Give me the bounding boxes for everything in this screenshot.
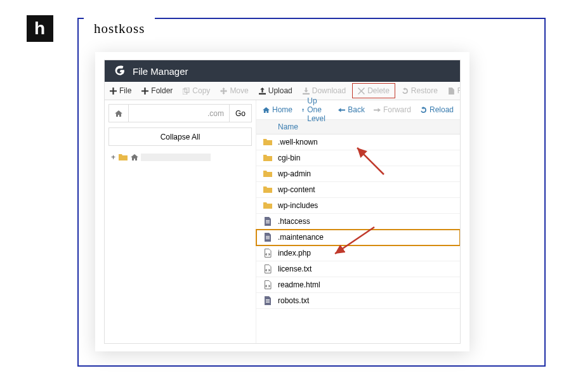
path-go-button[interactable]: Go — [229, 105, 251, 122]
file-name: cgi-bin — [278, 154, 300, 162]
file-icon — [263, 232, 273, 242]
folder-icon — [263, 137, 273, 147]
folder-icon — [263, 169, 273, 179]
sidebar: .com Go Collapse All + — [105, 100, 256, 344]
copy-button[interactable]: Copy — [178, 82, 215, 100]
move-icon — [220, 88, 227, 95]
file-icon — [263, 296, 273, 306]
file-name: index.php — [278, 249, 311, 258]
file-name: .maintenance — [278, 233, 324, 242]
folder-icon — [263, 200, 273, 211]
column-header[interactable]: Name — [256, 120, 460, 134]
folder-icon — [263, 153, 273, 163]
collapse-all-button[interactable]: Collapse All — [108, 127, 252, 146]
folder-icon — [263, 185, 273, 195]
file-manager-panel: File Manager File Folder Copy Move Uploa… — [95, 52, 469, 351]
reload-icon — [420, 107, 427, 114]
tree-label-placeholder — [141, 154, 211, 161]
download-icon — [303, 88, 310, 95]
brand-badge: h — [15, 10, 65, 47]
file-icon — [448, 88, 455, 95]
file-name: wp-includes — [278, 201, 318, 210]
file-row[interactable]: wp-content — [256, 182, 460, 198]
rename-button[interactable]: Rename — [443, 82, 461, 100]
titlebar: File Manager — [105, 60, 460, 82]
column-name[interactable]: Name — [278, 122, 298, 131]
restore-button[interactable]: Restore — [397, 82, 443, 100]
tree-root[interactable]: + — [108, 152, 252, 162]
plus-icon — [110, 88, 117, 95]
nav-back-button[interactable]: Back — [338, 105, 365, 114]
copy-icon — [183, 88, 190, 95]
file-name: readme.html — [278, 280, 320, 289]
path-home-button[interactable] — [109, 105, 129, 122]
nav-home-button[interactable]: Home — [263, 105, 292, 114]
arrow-left-icon — [338, 107, 345, 114]
file-row[interactable]: license.txt — [256, 261, 460, 277]
new-folder-button[interactable]: Folder — [136, 82, 178, 100]
upload-icon — [259, 88, 266, 95]
new-file-button[interactable]: File — [105, 82, 136, 100]
path-input[interactable]: .com — [129, 105, 229, 122]
upload-button[interactable]: Upload — [254, 82, 298, 100]
code-file-icon — [263, 280, 273, 290]
home-icon — [131, 154, 138, 161]
file-name: .well-known — [278, 138, 318, 147]
close-icon — [358, 88, 365, 95]
annotation-arrow — [352, 143, 390, 183]
home-icon — [263, 107, 270, 114]
plus-icon — [141, 88, 148, 95]
file-name: license.txt — [278, 265, 312, 273]
file-row[interactable]: robots.txt — [256, 293, 460, 309]
folder-icon — [118, 152, 128, 162]
nav-up-button[interactable]: Up One Level — [301, 96, 329, 123]
file-name: wp-content — [278, 185, 315, 194]
file-name: robots.txt — [278, 296, 309, 305]
expand-icon[interactable]: + — [111, 153, 115, 162]
brand-label: hostkoss — [84, 18, 155, 39]
nav-reload-button[interactable]: Reload — [420, 105, 454, 114]
file-name: .htaccess — [278, 217, 310, 226]
home-icon — [115, 110, 122, 117]
restore-icon — [402, 88, 409, 95]
svg-line-2 — [357, 148, 384, 174]
annotation-arrow — [330, 222, 381, 263]
svg-line-3 — [335, 227, 374, 254]
code-file-icon — [263, 264, 273, 274]
file-name: wp-admin — [278, 169, 311, 178]
delete-button[interactable]: Delete — [352, 83, 395, 98]
file-icon — [263, 216, 273, 226]
page-title: File Manager — [133, 66, 188, 77]
file-row[interactable]: readme.html — [256, 277, 460, 293]
nav-row: Home Up One Level Back Forward Reload — [256, 100, 460, 120]
cpanel-icon — [112, 64, 126, 78]
arrow-up-icon — [301, 107, 305, 114]
move-button[interactable]: Move — [215, 82, 253, 100]
code-file-icon — [263, 248, 273, 258]
nav-forward-button[interactable]: Forward — [374, 105, 411, 114]
brand-mark: h — [27, 15, 53, 42]
file-row[interactable]: wp-includes — [256, 198, 460, 214]
arrow-right-icon — [374, 107, 381, 114]
toolbar: File Folder Copy Move Upload Download De… — [105, 82, 460, 100]
